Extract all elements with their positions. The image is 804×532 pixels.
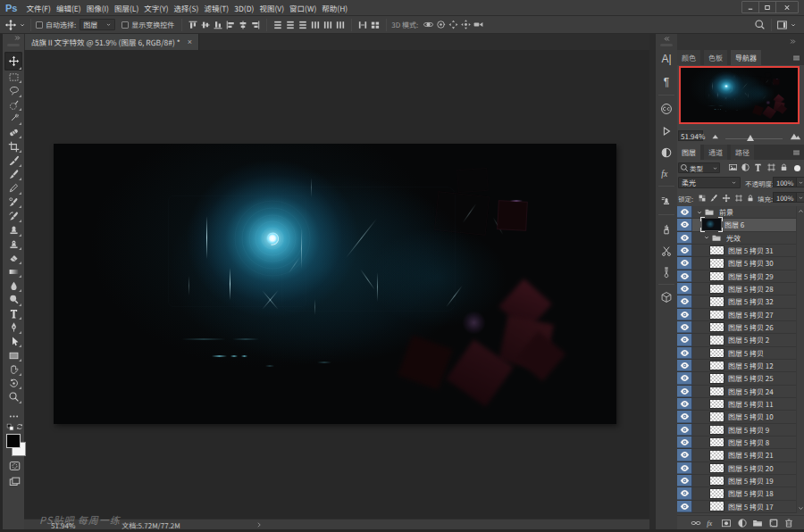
gradient-tool[interactable]	[4, 264, 22, 278]
adjustments-panel-icon[interactable]	[657, 145, 676, 161]
layer-row[interactable]: 图层 5 拷贝 12	[677, 360, 796, 372]
layer-row[interactable]: 图层 5 拷贝 2	[677, 334, 796, 346]
layer-row[interactable]: 光效	[677, 232, 796, 245]
layer-row[interactable]: 图层 5 拷贝 24	[677, 386, 796, 398]
layer-visibility-toggle[interactable]	[677, 257, 692, 269]
menu-item-edit[interactable]: 编辑(E)	[54, 1, 84, 15]
layer-visibility-toggle[interactable]	[677, 283, 692, 295]
minimize-button[interactable]	[742, 2, 759, 12]
layer-row[interactable]: 图层 5 拷贝 10	[677, 411, 796, 423]
layer-visibility-toggle[interactable]	[677, 398, 692, 410]
eyedropper-tool[interactable]	[4, 154, 22, 168]
magic-wand-tool[interactable]	[4, 112, 22, 126]
measurement-panel-icon[interactable]	[657, 264, 676, 280]
status-options-chevron[interactable]	[255, 521, 263, 528]
3d-orbit-icon[interactable]	[423, 19, 434, 31]
lock-all-icon[interactable]	[745, 192, 756, 204]
layer-row[interactable]: 图层 5 拷贝 25	[677, 372, 796, 385]
auto-align-layers-icon[interactable]	[370, 19, 381, 31]
history-brush-tool[interactable]	[4, 209, 22, 223]
rectangle-shape-tool[interactable]	[4, 348, 22, 362]
lock-position-icon[interactable]	[721, 192, 732, 204]
layer-visibility-toggle[interactable]	[677, 411, 692, 422]
tab-navigator[interactable]: 导航器	[731, 50, 761, 65]
layer-row[interactable]: 图层 5 拷贝 9	[677, 424, 796, 436]
filter-adjustment-layers-icon[interactable]	[740, 162, 751, 173]
navigator-proxy-view[interactable]	[679, 66, 800, 124]
type-tool[interactable]	[4, 306, 22, 320]
clone-stamp-tool[interactable]	[4, 223, 22, 237]
layer-visibility-toggle[interactable]	[677, 309, 692, 320]
layer-visibility-toggle[interactable]	[677, 295, 692, 307]
brush-tool[interactable]	[4, 167, 22, 181]
distribute-top-edges-icon[interactable]	[272, 19, 284, 31]
search-icon[interactable]	[754, 19, 766, 31]
actions-panel-icon[interactable]	[657, 123, 676, 139]
align-right-edges-icon[interactable]	[250, 19, 262, 31]
tool-presets-panel-icon[interactable]	[657, 243, 676, 259]
tab-layers[interactable]: 图层	[677, 145, 700, 160]
navigator-zoom-field[interactable]: 51.94%	[678, 130, 703, 141]
layer-visibility-toggle[interactable]	[677, 501, 692, 512]
align-top-edges-icon[interactable]	[188, 19, 199, 31]
menu-item-3d[interactable]: 3D(D)	[231, 1, 256, 15]
fill-value[interactable]: 100%	[773, 192, 804, 203]
layer-visibility-toggle[interactable]	[677, 372, 692, 384]
filter-shape-layers-icon[interactable]	[766, 162, 777, 173]
move-tool[interactable]	[4, 52, 22, 71]
tab-color[interactable]: 颜色	[677, 50, 700, 65]
crop-tool[interactable]	[4, 139, 22, 154]
clone-source-panel-icon[interactable]	[657, 194, 676, 210]
canvas[interactable]	[54, 144, 616, 424]
layer-visibility-toggle[interactable]	[677, 232, 692, 244]
layer-row[interactable]: 图层 5 拷贝	[677, 347, 796, 360]
layer-row[interactable]: 图层 5 拷贝 21	[677, 449, 796, 461]
3d-panel-icon[interactable]	[657, 289, 676, 305]
layer-visibility-toggle[interactable]	[677, 360, 692, 371]
lasso-tool[interactable]	[4, 84, 22, 98]
dodge-tool[interactable]	[4, 293, 22, 307]
add-layer-mask-icon[interactable]	[721, 517, 733, 528]
new-layer-icon[interactable]	[767, 517, 779, 528]
lock-artboards-icon[interactable]	[733, 192, 744, 204]
spot-healing-brush-tool[interactable]	[4, 125, 22, 139]
hand-tool[interactable]	[4, 362, 22, 377]
blend-mode-dropdown[interactable]: 柔光	[678, 177, 741, 188]
align-left-edges-icon[interactable]	[225, 19, 237, 31]
foreground-color-swatch[interactable]	[6, 434, 21, 448]
delete-layer-icon[interactable]	[783, 517, 794, 528]
tab-swatches[interactable]: 色板	[704, 50, 727, 65]
layer-style-icon[interactable]	[706, 517, 717, 528]
brush-presets-panel-icon[interactable]	[657, 221, 676, 237]
layer-row[interactable]: 图层 5 拷贝 32	[677, 295, 796, 308]
new-adjustment-layer-icon[interactable]	[736, 517, 748, 528]
menu-item-type[interactable]: 文字(Y)	[141, 1, 171, 15]
tab-paths[interactable]: 路径	[731, 145, 754, 160]
pencil-tool[interactable]	[4, 181, 22, 195]
panel-menu-icon[interactable]	[791, 148, 801, 157]
layer-visibility-toggle[interactable]	[677, 449, 692, 461]
layer-row[interactable]: 图层 5 拷贝 8	[677, 436, 796, 449]
3d-slide-icon[interactable]	[460, 19, 472, 31]
3d-zoom-icon[interactable]	[473, 19, 484, 31]
menu-item-file[interactable]: 文件(F)	[23, 1, 53, 15]
screen-mode-button[interactable]	[8, 476, 21, 488]
eraser-tool[interactable]	[4, 251, 22, 265]
paragraph-panel-icon[interactable]: ¶	[657, 74, 676, 90]
tab-close-icon[interactable]: ×	[188, 37, 192, 46]
workspace-switcher[interactable]	[776, 19, 788, 31]
layer-row[interactable]: 前景	[677, 206, 796, 219]
align-bottom-edges-icon[interactable]	[213, 19, 224, 31]
3d-roll-icon[interactable]	[435, 19, 447, 31]
layer-row[interactable]: 图层 5 拷贝 11	[677, 398, 796, 411]
distribute-horizontal-centers-icon[interactable]	[322, 19, 334, 31]
menu-item-window[interactable]: 窗口(W)	[287, 1, 319, 15]
styles-panel-icon[interactable]	[657, 165, 676, 181]
libraries-panel-icon[interactable]	[657, 101, 676, 117]
layer-row[interactable]: 图层 6	[677, 219, 796, 231]
layer-row[interactable]: 图层 5 拷贝 18	[677, 487, 796, 500]
quick-selection-tool[interactable]	[4, 97, 22, 112]
zoom-in-icon[interactable]	[790, 130, 801, 142]
menu-item-view[interactable]: 视图(V)	[256, 1, 287, 15]
layer-visibility-toggle[interactable]	[677, 462, 692, 474]
